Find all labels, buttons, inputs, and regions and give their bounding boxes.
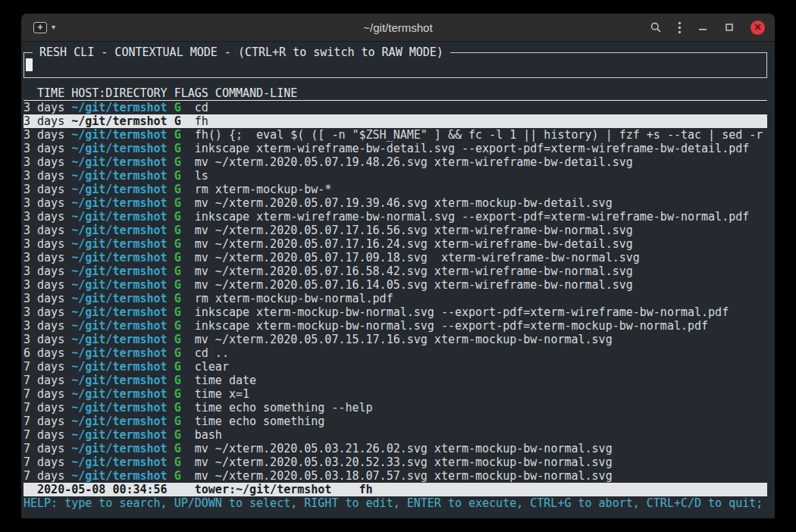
row-host: ~/git/termshot [71, 196, 167, 210]
history-row[interactable]: 7 days ~/git/termshot G time echo someth… [24, 415, 767, 428]
row-flags: G [174, 360, 181, 374]
row-command: inkscape xterm-mockup-bw-normal.svg --ex… [195, 319, 708, 333]
row-flags: G [174, 442, 181, 455]
close-button[interactable]: ✕ [751, 20, 765, 35]
history-row[interactable]: 6 days ~/git/termshot G cd .. [24, 346, 767, 360]
terminal-screen[interactable]: RESH CLI - CONTEXTUAL MODE - (CTRL+R to … [21, 42, 775, 518]
new-tab-button[interactable]: + ▾ [30, 20, 58, 35]
history-row[interactable]: 3 days ~/git/termshot G inkscape xterm-m… [24, 319, 767, 333]
history-row[interactable]: 3 days ~/git/termshot G mv ~/xterm.2020.… [24, 264, 767, 278]
history-row[interactable]: 7 days ~/git/termshot G time date [24, 374, 767, 387]
row-host: ~/git/termshot [71, 387, 167, 401]
row-flags: G [174, 387, 181, 401]
history-row[interactable]: 3 days ~/git/termshot G inkscape xterm-w… [24, 210, 767, 224]
row-time: 3 days [24, 264, 64, 278]
history-row[interactable]: 3 days ~/git/termshot G mv ~/xterm.2020.… [24, 196, 767, 210]
row-command: mv ~/xterm.2020.05.07.16.58.42.svg xterm… [195, 264, 633, 278]
search-icon[interactable] [650, 21, 662, 33]
history-row[interactable]: 3 days ~/git/termshot G mv ~/xterm.2020.… [24, 333, 767, 346]
titlebar-left: + ▾ [21, 20, 58, 35]
history-row[interactable]: 3 days ~/git/termshot G ls [24, 169, 767, 183]
row-time: 3 days [24, 183, 64, 196]
row-host: ~/git/termshot [71, 264, 167, 278]
row-flags: G [174, 401, 181, 415]
status-bar: 2020-05-08 00:34:56 tower:~/git/termshot… [24, 483, 767, 496]
row-time: 3 days [24, 319, 64, 333]
restore-icon[interactable] [724, 22, 735, 33]
row-flags: G [174, 333, 181, 346]
row-host: ~/git/termshot [71, 469, 167, 483]
row-time: 3 days [24, 155, 64, 169]
history-row[interactable]: 7 days ~/git/termshot G mv ~/xterm.2020.… [24, 455, 767, 469]
history-row[interactable]: 7 days ~/git/termshot G clear [24, 360, 767, 374]
history-row[interactable]: 7 days ~/git/termshot G mv ~/xterm.2020.… [24, 469, 767, 483]
history-row[interactable]: 7 days ~/git/termshot G time x=1 [24, 387, 767, 401]
search-input[interactable] [26, 58, 33, 71]
row-command: mv ~/xterm.2020.05.07.19.48.26.svg xterm… [195, 155, 633, 169]
row-command: time echo something --help [195, 401, 373, 415]
resh-search-box[interactable]: RESH CLI - CONTEXTUAL MODE - (CTRL+R to … [24, 52, 767, 78]
row-command: rm xterm-mockup-bw-* [195, 183, 332, 196]
row-flags: G [174, 196, 181, 210]
history-row[interactable]: 7 days ~/git/termshot G time echo someth… [24, 401, 767, 415]
row-time: 3 days [24, 101, 64, 114]
row-time: 3 days [24, 114, 64, 128]
history-row[interactable]: 3 days ~/git/termshot G mv ~/xterm.2020.… [24, 251, 767, 264]
titlebar: + ▾ ~/git/termshot [21, 14, 775, 42]
row-host: ~/git/termshot [71, 346, 167, 360]
row-command: bash [195, 428, 222, 442]
row-time: 3 days [24, 210, 64, 224]
row-host: ~/git/termshot [71, 101, 167, 114]
row-time: 3 days [24, 169, 64, 183]
row-host: ~/git/termshot [71, 319, 167, 333]
row-time: 3 days [24, 292, 64, 305]
row-host: ~/git/termshot [71, 224, 167, 237]
row-command: mv ~/xterm.2020.05.07.17.16.56.svg xterm… [195, 224, 633, 237]
history-row[interactable]: 3 days ~/git/termshot G rm xterm-mockup-… [24, 183, 767, 196]
row-time: 7 days [24, 455, 64, 469]
history-row[interactable]: 3 days ~/git/termshot G mv ~/xterm.2020.… [24, 278, 767, 292]
row-host: ~/git/termshot [71, 374, 167, 387]
row-flags: G [174, 455, 181, 469]
history-row[interactable]: 3 days ~/git/termshot G fh() {; eval $( … [24, 128, 767, 142]
history-row[interactable]: 7 days ~/git/termshot G bash [24, 428, 767, 442]
row-command: mv ~/xterm.2020.05.07.16.14.05.svg xterm… [195, 278, 633, 292]
row-host: ~/git/termshot [71, 401, 167, 415]
row-time: 3 days [24, 333, 64, 346]
history-row[interactable]: 3 days ~/git/termshot G mv ~/xterm.2020.… [24, 224, 767, 237]
history-row[interactable]: 3 days ~/git/termshot G mv ~/xterm.2020.… [24, 155, 767, 169]
row-command: inkscape xterm-wireframe-bw-normal.svg -… [195, 210, 750, 224]
row-flags: G [174, 305, 181, 319]
row-flags: G [174, 374, 181, 387]
menu-kebab-icon[interactable] [678, 21, 682, 34]
row-time: 3 days [24, 224, 64, 237]
minimize-icon[interactable] [697, 22, 708, 33]
row-flags: G [174, 415, 181, 428]
row-flags: G [174, 210, 181, 224]
row-command: mv ~/xterm.2020.05.07.17.16.24.svg xterm… [195, 237, 633, 251]
row-host: ~/git/termshot [71, 415, 167, 428]
row-command: time x=1 [195, 387, 249, 401]
history-row[interactable]: 3 days ~/git/termshot G cd [24, 101, 767, 114]
row-host: ~/git/termshot [71, 442, 167, 455]
history-row[interactable]: 3 days ~/git/termshot G fh [24, 114, 767, 128]
history-row[interactable]: 7 days ~/git/termshot G mv ~/xterm.2020.… [24, 442, 767, 455]
row-command: inkscape xterm-wireframe-bw-detail.svg -… [195, 142, 750, 155]
row-command: mv ~/xterm.2020.05.03.20.52.33.svg xterm… [195, 455, 613, 469]
row-time: 7 days [24, 415, 64, 428]
row-time: 3 days [24, 196, 64, 210]
history-list: 3 days ~/git/termshot G cd3 days ~/git/t… [24, 101, 767, 483]
history-row[interactable]: 3 days ~/git/termshot G mv ~/xterm.2020.… [24, 237, 767, 251]
terminal-window: + ▾ ~/git/termshot [21, 14, 775, 518]
history-row[interactable]: 3 days ~/git/termshot G inkscape xterm-w… [24, 142, 767, 155]
row-host: ~/git/termshot [71, 114, 167, 128]
row-time: 6 days [24, 346, 64, 360]
history-header: TIME HOST:DIRECTORY FLAGS COMMAND-LINE [24, 86, 767, 101]
row-flags: G [174, 155, 181, 169]
history-row[interactable]: 3 days ~/git/termshot G inkscape xterm-m… [24, 305, 767, 319]
row-flags: G [174, 224, 181, 237]
row-host: ~/git/termshot [71, 428, 167, 442]
row-flags: G [174, 128, 181, 142]
row-host: ~/git/termshot [71, 128, 167, 142]
history-row[interactable]: 3 days ~/git/termshot G rm xterm-mockup-… [24, 292, 767, 305]
